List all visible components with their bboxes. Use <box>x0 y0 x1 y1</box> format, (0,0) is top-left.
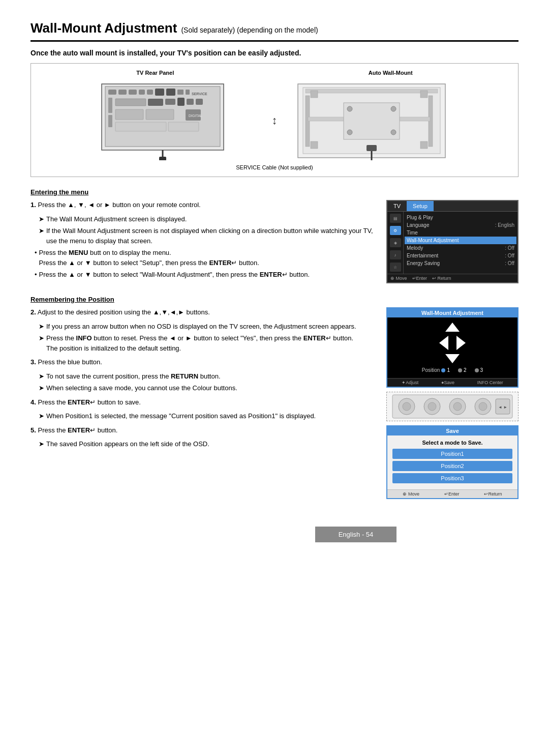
arrow-icon-5: ➤ <box>39 371 44 382</box>
step1-arrow1-text: The Wall Mount Adjustment screen is disp… <box>46 214 187 224</box>
enter-bold-5: ENTER <box>68 426 90 434</box>
svg-rect-18 <box>187 99 194 105</box>
svg-rect-14 <box>115 99 146 106</box>
svg-rect-42 <box>420 141 428 149</box>
section2: Remembering the Position 2. Adjust to th… <box>30 296 518 499</box>
step3-arrow2: ➤ When selecting a save mode, you cannot… <box>30 383 374 393</box>
section1-right: TV Setup ▤ ⚙ ◈ ♪ ☆ Plug & <box>386 200 518 283</box>
sub-title-text: (Sold separately) (depending on the mode… <box>181 26 318 34</box>
wm-body: Position 1 2 3 <box>387 317 517 378</box>
step2-number: 2. <box>30 308 36 316</box>
step5-arrow1-text: The saved Position appears on the left s… <box>46 439 209 449</box>
tv-buttons-thumb: ◄ ► <box>386 392 518 421</box>
svg-text:◄ ►: ◄ ► <box>498 405 507 410</box>
menu-item-entertainment: Entertainment : Off <box>407 252 514 259</box>
step1-arrow2: ➤ If the Wall Mount Adjustment screen is… <box>30 226 374 246</box>
service-cable-label: SERVICE Cable (Not supplied) <box>39 164 510 170</box>
diagram-labels: TV Rear Panel Auto Wall-Mount <box>39 70 510 76</box>
save-btn-pos3: Position3 <box>392 473 512 483</box>
page-container: Wall-Mount Adjustment (Sold separately) … <box>30 20 518 542</box>
save-footer-move: ⊕ Move <box>403 491 419 497</box>
icon-1: ▤ <box>390 214 401 223</box>
svg-rect-3 <box>118 90 127 95</box>
diagram-box: TV Rear Panel Auto Wall-Mount SERVIC <box>30 63 518 177</box>
arrow-icon-3: ➤ <box>39 322 44 332</box>
svg-rect-4 <box>129 90 137 95</box>
svg-rect-24 <box>115 122 166 131</box>
remembering-heading: Remembering the Position <box>30 296 518 303</box>
step1: 1. Press the ▲, ▼, ◄ or ► button on your… <box>30 200 374 210</box>
tv-ui-header: TV Setup <box>387 201 517 212</box>
tv-ui-sidebar: ▤ ⚙ ◈ ♪ ☆ Plug & Play Language <box>387 212 517 274</box>
menu-item-plug: Plug & Play <box>407 214 514 221</box>
wm-adjustment-ui: Wall-Mount Adjustment Position <box>386 307 518 388</box>
pos1-label: Position <box>422 367 440 373</box>
svg-rect-41 <box>311 141 318 149</box>
tab-setup: Setup <box>407 201 434 211</box>
page-title: Wall-Mount Adjustment (Sold separately) … <box>30 20 518 42</box>
page-footer: English - 54 <box>315 527 396 542</box>
step2-text: Adjust to the desired position using the… <box>38 308 210 316</box>
bullet2: • Press the ▲ or ▼ button to select "Wal… <box>30 270 374 280</box>
arrow-icon-7: ➤ <box>39 411 44 421</box>
section2-content: 2. Adjust to the desired position using … <box>30 307 518 499</box>
svg-point-51 <box>453 402 462 411</box>
section1: Entering the menu 1. Press the ▲, ▼, ◄ o… <box>30 188 518 283</box>
bullet2-content: Press the ▲ or ▼ button to select "Wall-… <box>39 270 310 280</box>
svg-point-37 <box>347 130 352 135</box>
svg-rect-6 <box>147 90 153 95</box>
menu-item-language: Language : English <box>407 221 514 229</box>
bullet1: • Press the MENU butt on to display the … <box>30 248 374 268</box>
svg-point-38 <box>391 130 396 135</box>
step4-arrow1-text: When Position1 is selected, the message … <box>46 411 316 421</box>
save-select-label: Select a mode to Save. <box>392 440 512 446</box>
step4: 4. Press the ENTER↵ button to save. <box>30 397 374 408</box>
tab-tv: TV <box>387 201 407 211</box>
step1-text: Press the ▲, ▼, ◄ or ► button on your re… <box>38 201 200 209</box>
svg-point-36 <box>391 106 396 111</box>
wm-down-arrow <box>445 354 460 363</box>
svg-rect-7 <box>155 89 164 96</box>
step3-arrow2-text: When selecting a save mode, you cannot u… <box>46 383 237 393</box>
svg-rect-8 <box>166 89 175 96</box>
step3-arrow1: ➤ To not save the current position, pres… <box>30 371 374 382</box>
svg-point-47 <box>403 402 411 411</box>
pos1-item: Position 1 <box>422 367 450 373</box>
wm-header: Wall-Mount Adjustment <box>387 308 517 317</box>
svg-rect-9 <box>177 90 184 95</box>
wm-footer-save: ●Save <box>441 380 454 385</box>
step2-arrow1: ➤ If you press an arrow button when no O… <box>30 322 374 332</box>
tv-ui-footer: ⊕ Move ↵Enter ↩ Return <box>387 274 517 282</box>
menu-item-wall-mount: Wall-Mount Adjustment <box>405 237 516 244</box>
icon-2: ⚙ <box>390 226 401 235</box>
save-btn-pos2: Position2 <box>392 461 512 471</box>
wm-lr-arrows <box>439 336 466 350</box>
wm-footer-info: INFO Center <box>477 380 503 385</box>
footer-move: ⊕ Move <box>390 276 407 281</box>
wm-left-arrow <box>439 336 448 350</box>
section1-left: 1. Press the ▲, ▼, ◄ or ► button on your… <box>30 200 374 283</box>
svg-point-35 <box>347 106 352 111</box>
subtitle-line: Once the auto wall mount is installed, y… <box>30 49 518 57</box>
footer-container: English - 54 <box>30 511 518 542</box>
main-title-text: Wall-Mount Adjustment <box>30 20 177 36</box>
step2-arrow2-text: Press the INFO button to reset. Press th… <box>46 333 353 353</box>
tv-setup-ui: TV Setup ▤ ⚙ ◈ ♪ ☆ Plug & <box>386 200 518 283</box>
svg-rect-30 <box>306 89 438 93</box>
step5: 5. Press the ENTER↵ button. <box>30 425 374 435</box>
step2-arrow2: ➤ Press the INFO button to reset. Press … <box>30 333 374 353</box>
svg-rect-39 <box>311 91 318 98</box>
bullet2-dot: • <box>35 270 37 280</box>
svg-rect-25 <box>168 122 199 131</box>
menu-item-time: Time <box>407 229 514 237</box>
return-bold: RETURN <box>171 372 198 380</box>
pos3-num: 3 <box>480 367 483 373</box>
step3-number: 3. <box>30 358 36 366</box>
svg-rect-17 <box>177 98 185 106</box>
save-footer-return: ↩Return <box>484 491 502 497</box>
svg-rect-2 <box>108 90 116 95</box>
tv-rear-panel-svg: SERVICE DIGITAL <box>99 81 257 160</box>
footer-enter: ↵Enter <box>412 276 428 281</box>
enter-bold-2: ENTER <box>260 271 282 278</box>
wm-footer: ✦Adjust ●Save INFO Center <box>387 378 517 387</box>
